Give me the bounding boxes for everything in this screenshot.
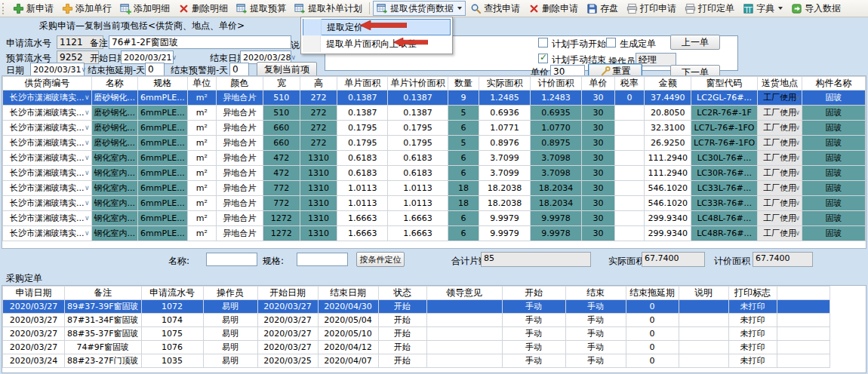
table-row[interactable]: 长沙市潇湘玻璃实...∨钢化室内...6mmPLE...m²异地合片127213… [3,211,866,226]
cell-unit[interactable]: m² [187,106,216,121]
generate-order-checkbox[interactable] [606,38,616,48]
table-row[interactable]: 长沙市潇湘玻璃实...∨磨砂钢化...6mmPLE...m²异地合片510272… [3,106,866,121]
cell-actual_area[interactable]: 18.2038 [479,181,530,196]
cell-tax_rate[interactable]: 0 [614,90,645,106]
table-row[interactable]: 2020/03/2774#9F窗固玻1076易明2020/03/272020/0… [3,341,830,354]
cell-name[interactable]: 钢化室内... [91,211,138,226]
column-header-name[interactable]: 名称 [91,77,138,90]
cell-note[interactable] [679,300,728,314]
cell-unit[interactable]: m² [187,136,216,151]
cell-print_flag[interactable]: 未打印 [728,314,777,327]
cell-supplier[interactable]: 长沙市潇湘玻璃实...∨ [3,211,92,226]
column-header-supplier[interactable]: 供货商编号 [3,77,92,90]
cell-note[interactable] [679,354,728,368]
column-header-qty[interactable]: 数量 [448,77,479,90]
cell-price_area[interactable]: 3.7098 [530,151,582,166]
table-row[interactable]: 长沙市潇湘玻璃实...∨磨砂钢化...6mmPLE...m²异地合片510272… [3,90,866,106]
cell-delivery_place[interactable]: 工厂使用∨ [758,136,802,151]
cell-amount[interactable]: 32.3100 [645,121,691,136]
column-header-start_date[interactable]: 开始日期 [257,287,318,300]
toolbar-button[interactable]: 添加单行 [58,1,115,16]
cell-end_delay[interactable]: 0 [626,314,679,327]
cell-color[interactable]: 异地合片 [216,181,263,196]
cell-actual_area[interactable]: 3.7099 [479,151,530,166]
cell-delivery_place[interactable]: 工厂使用∨ [758,226,802,241]
cell-supplier[interactable]: 长沙市潇湘玻璃实...∨ [3,226,92,241]
cell-delivery_place[interactable]: 工厂使用∨ [758,211,802,226]
cell-end_delay[interactable]: 0 [626,327,679,341]
toolbar-button[interactable]: 提取供货商数据 [373,1,466,16]
toolbar-button[interactable]: 打印定单 [681,1,738,16]
cell-amount[interactable]: 111.2940 [645,166,691,181]
cell-note[interactable] [679,341,728,354]
column-header-actual_area[interactable]: 实际面积 [479,77,530,90]
column-header-leader_opinion[interactable]: 领导意见 [426,287,502,300]
toolbar-button[interactable]: 提取补单计划 [291,1,366,16]
cell-window_code[interactable]: LC7L-76#-1FO [691,121,757,136]
cell-spec[interactable]: 6mmPLE... [138,136,188,151]
cell-piece_area[interactable]: 0.6183 [337,151,388,166]
name-filter-input[interactable] [206,253,257,266]
cell-piece_price_area[interactable]: 0.6183 [388,166,448,181]
cell-unit[interactable]: m² [187,121,216,136]
cell-unit[interactable]: m² [187,151,216,166]
table-row[interactable]: 长沙市潇湘玻璃实...∨钢化室内...6mmPLE...m²异地合片472131… [3,166,866,181]
cell-actual_area[interactable]: 0.6936 [479,106,530,121]
cell-component_name[interactable]: 固玻 [802,121,865,136]
cell-start[interactable]: 手动 [502,327,565,341]
cell-piece_price_area[interactable]: 0.1795 [388,136,448,151]
column-header-end_delay[interactable]: 结束拖延期 [626,287,679,300]
cell-window_code[interactable]: LC2R-76#-1F [691,106,757,121]
manual-start-checkbox[interactable] [538,38,548,48]
cell-piece_area[interactable]: 1.6663 [337,226,388,241]
column-header-end_date[interactable]: 结束日期 [318,287,378,300]
cell-piece_area[interactable]: 1.0113 [337,181,388,196]
cell-actual_area[interactable]: 0.8976 [479,136,530,151]
cell-piece_area[interactable]: 1.0113 [337,196,388,211]
cell-piece_area[interactable]: 0.1387 [337,106,388,121]
column-header-end[interactable]: 结束 [565,287,626,300]
cell-unit[interactable]: m² [187,90,216,106]
cell-delivery_place[interactable]: 工厂使用∨ [758,121,802,136]
date-combo[interactable]: 2020/03/31∨ [30,63,85,76]
column-header-window_code[interactable]: 窗型代码 [691,77,757,90]
cell-unit[interactable]: m² [187,226,216,241]
cell-piece_price_area[interactable]: 0.6183 [388,151,448,166]
cell-supplier[interactable]: 长沙市潇湘玻璃实...∨ [3,166,92,181]
cell-start[interactable]: 手动 [502,300,565,314]
cell-end_date[interactable]: 2020/05/10 [318,327,378,341]
cell-color[interactable]: 异地合片 [216,226,263,241]
cell-price_area[interactable]: 0.8975 [530,136,582,151]
cell-end_delay[interactable]: 0 [626,300,679,314]
table-row[interactable]: 长沙市潇湘玻璃实...∨钢化室内...6mmPLE...m²异地合片772131… [3,196,866,211]
cell-leader_opinion[interactable] [426,314,502,327]
cell-request_no[interactable]: 1075 [141,327,203,341]
cell-name[interactable]: 磨砂钢化... [91,106,138,121]
cell-actual_area[interactable]: 18.2038 [479,196,530,211]
cell-component_name[interactable]: 固玻 [802,106,865,121]
cell-height[interactable]: 1310 [300,196,337,211]
cell-start_date[interactable]: 2020/03/25 [257,354,318,368]
cell-price_area[interactable]: 18.2034 [530,181,582,196]
cell-amount[interactable]: 111.2940 [645,151,691,166]
cell-start[interactable]: 手动 [502,354,565,368]
cell-spec[interactable]: 6mmPLE... [138,166,188,181]
cell-start[interactable]: 手动 [502,314,565,327]
cell-print_flag[interactable]: 未打印 [728,300,777,314]
cell-supplier[interactable]: 长沙市潇湘玻璃实...∨ [3,106,92,121]
cell-delivery_place[interactable]: 工厂使用∨ [758,166,802,181]
cell-end[interactable]: 手动 [565,327,626,341]
cell-width[interactable]: 772 [263,196,300,211]
cell-supplier[interactable]: 长沙市潇湘玻璃实...∨ [3,151,92,166]
cell-tax_rate[interactable] [614,151,645,166]
cell-actual_area[interactable]: 1.0771 [479,121,530,136]
cell-tax_rate[interactable] [614,121,645,136]
cell-qty[interactable]: 9 [448,90,479,106]
cell-amount[interactable]: 20.8050 [645,106,691,121]
toolbar-button[interactable]: 删除明细 [174,1,232,16]
table-row[interactable]: 长沙市潇湘玻璃实...∨磨砂钢化...6mmPLE...m²异地合片660272… [3,121,866,136]
cell-request_date[interactable]: 2020/03/24 [3,354,65,368]
cell-price_area[interactable]: 18.2034 [530,196,582,211]
cell-component_name[interactable]: 固玻 [802,166,865,181]
cell-note[interactable] [679,327,728,341]
